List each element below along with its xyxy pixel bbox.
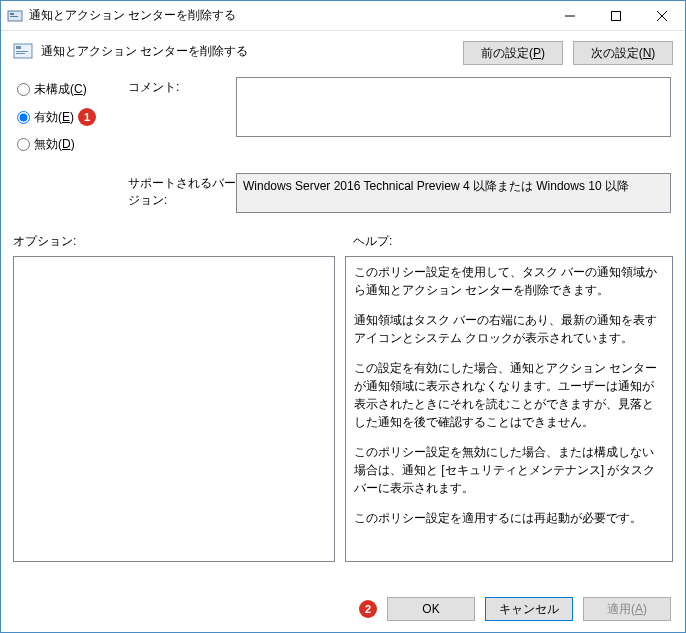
radio-not-configured-label: 未構成(C) <box>34 81 87 98</box>
annotation-2-badge: 2 <box>359 600 377 618</box>
help-panel: このポリシー設定を使用して、タスク バーの通知領域から通知とアクション センター… <box>345 256 673 562</box>
help-p5: このポリシー設定を適用するには再起動が必要です。 <box>354 509 664 527</box>
cancel-button[interactable]: キャンセル <box>485 597 573 621</box>
svg-rect-9 <box>16 51 28 52</box>
next-setting-button[interactable]: 次の設定(N) <box>573 41 673 65</box>
window-title: 通知とアクション センターを削除する <box>29 7 547 24</box>
svg-rect-8 <box>16 46 21 49</box>
help-p1: このポリシー設定を使用して、タスク バーの通知領域から通知とアクション センター… <box>354 263 664 299</box>
help-p3: この設定を有効にした場合、通知とアクション センターが通知領域に表示されなくなり… <box>354 359 664 431</box>
config-row: 未構成(C) 有効(E) 1 無効(D) コメント: <box>1 75 685 165</box>
radio-group: 未構成(C) 有効(E) 1 無効(D) <box>13 77 128 163</box>
supported-value-box: Windows Server 2016 Technical Preview 4 … <box>236 173 671 213</box>
radio-disabled-label: 無効(D) <box>34 136 75 153</box>
radio-not-configured-input[interactable] <box>17 83 30 96</box>
options-label: オプション: <box>13 233 353 250</box>
comment-textarea[interactable] <box>236 77 671 137</box>
help-p4: このポリシー設定を無効にした場合、または構成しない場合は、通知と [セキュリティ… <box>354 443 664 497</box>
policy-large-icon <box>13 41 33 61</box>
radio-disabled[interactable]: 無効(D) <box>17 136 128 153</box>
close-button[interactable] <box>639 1 685 31</box>
radio-enabled-input[interactable] <box>17 111 30 124</box>
apply-key: A <box>635 602 643 616</box>
supported-value-text: Windows Server 2016 Technical Preview 4 … <box>243 179 629 193</box>
prev-btn-pre: 前の設定( <box>481 45 533 62</box>
apply-pre: 適用( <box>607 601 635 618</box>
comment-label: コメント: <box>128 77 236 163</box>
maximize-button[interactable] <box>593 1 639 31</box>
next-btn-key: N <box>643 46 652 60</box>
supported-row: サポートされるバージョン: Windows Server 2016 Techni… <box>1 171 685 215</box>
radio-enabled-label: 有効(E) <box>34 109 74 126</box>
ok-button[interactable]: OK <box>387 597 475 621</box>
prev-btn-post: ) <box>541 46 545 60</box>
header: 通知とアクション センターを削除する 前の設定(P) 次の設定(N) <box>1 31 685 75</box>
radio-not-configured[interactable]: 未構成(C) <box>17 81 128 98</box>
supported-label: サポートされるバージョン: <box>128 173 236 213</box>
panels: このポリシー設定を使用して、タスク バーの通知領域から通知とアクション センター… <box>1 256 685 586</box>
next-btn-post: ) <box>651 46 655 60</box>
svg-rect-10 <box>16 53 25 54</box>
radio-disabled-input[interactable] <box>17 138 30 151</box>
annotation-1-badge: 1 <box>78 108 96 126</box>
apply-button[interactable]: 適用(A) <box>583 597 671 621</box>
help-p2: 通知領域はタスク バーの右端にあり、最新の通知を表すアイコンとシステム クロック… <box>354 311 664 347</box>
section-labels: オプション: ヘルプ: <box>1 215 685 256</box>
previous-setting-button[interactable]: 前の設定(P) <box>463 41 563 65</box>
svg-rect-2 <box>10 16 18 17</box>
svg-rect-1 <box>10 13 14 15</box>
options-panel <box>13 256 335 562</box>
svg-rect-4 <box>612 11 621 20</box>
help-label: ヘルプ: <box>353 233 673 250</box>
footer: 2 OK キャンセル 適用(A) <box>1 586 685 632</box>
prev-btn-key: P <box>533 46 541 60</box>
titlebar: 通知とアクション センターを削除する <box>1 1 685 31</box>
minimize-button[interactable] <box>547 1 593 31</box>
next-btn-pre: 次の設定( <box>591 45 643 62</box>
policy-icon <box>7 8 23 24</box>
page-title: 通知とアクション センターを削除する <box>41 41 463 60</box>
apply-post: ) <box>643 602 647 616</box>
radio-enabled[interactable]: 有効(E) 1 <box>17 108 128 126</box>
